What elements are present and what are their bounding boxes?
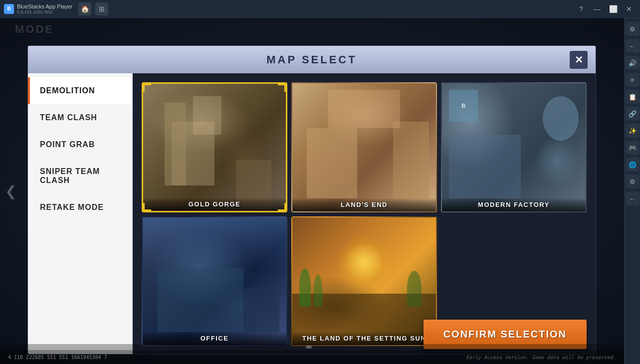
window-controls: ? — ⬜ ✕ xyxy=(574,3,636,15)
bottom-left-text: 4 110 222685 551 551 1661945304 7 xyxy=(8,355,107,360)
map-label-lands-end: LAND'S END xyxy=(292,198,436,211)
corner-bl xyxy=(143,203,151,211)
app-logo: B xyxy=(4,4,14,14)
map-card-gold-gorge[interactable]: GOLD GORGE xyxy=(142,82,287,212)
dialog-header: MAP SELECT ✕ xyxy=(28,46,596,73)
dialog-close-button[interactable]: ✕ xyxy=(570,51,588,69)
corner-tl xyxy=(143,84,151,92)
map-label-gold-gorge: GOLD GORGE xyxy=(143,197,286,211)
game-area: MODE ❮ MAP SELECT ✕ DEMOLITION TEAM CLAS… xyxy=(0,18,624,364)
corner-tr xyxy=(278,84,286,92)
sidebar-icon-1[interactable]: ⚙ xyxy=(626,22,640,36)
home-button[interactable]: 🏠 xyxy=(78,2,91,15)
arrow-left-icon[interactable]: ❮ xyxy=(5,183,16,199)
bottom-right-text: Early Access Version. Game data will be … xyxy=(466,355,616,360)
map-card-modern-factory[interactable]: B MODERN FACTORY xyxy=(441,82,587,212)
bottom-bar: 4 110 222685 551 551 1661945304 7 Early … xyxy=(0,350,624,364)
menu-item-point-grab[interactable]: POINT GRAB xyxy=(28,131,132,158)
sidebar-icon-5[interactable]: 📋 xyxy=(626,90,640,104)
app-name: BlueStacks App Player xyxy=(17,3,72,9)
menu-item-retake-mode[interactable]: RETAKE MODE xyxy=(28,194,132,221)
mode-background-label: MODE xyxy=(15,23,54,36)
dialog-body: DEMOLITION TEAM CLASH POINT GRAB SNIPER … xyxy=(28,73,596,355)
right-sidebar: ⚙ ← 🔊 ≡ 📋 🔗 ✨ 🎮 🌐 ⚙ ← xyxy=(624,18,640,364)
map-card-office[interactable]: OFFICE xyxy=(142,216,287,347)
sidebar-icon-9[interactable]: 🌐 xyxy=(626,158,640,172)
menu-item-team-clash[interactable]: TEAM CLASH xyxy=(28,104,132,131)
sidebar-icon-2[interactable]: ← xyxy=(626,39,640,53)
sidebar-icon-4[interactable]: ≡ xyxy=(626,73,640,87)
map-card-setting-sun[interactable]: THE LAND OF THE SETTING SUN xyxy=(291,216,437,347)
menu-item-demolition[interactable]: DEMOLITION xyxy=(28,77,132,104)
corner-br xyxy=(278,203,286,211)
map-label-modern-factory: MODERN FACTORY xyxy=(442,198,586,211)
scrollbar-thumb[interactable] xyxy=(306,346,312,349)
help-button[interactable]: ? xyxy=(574,3,588,15)
sidebar-icon-10[interactable]: ⚙ xyxy=(626,175,640,188)
sidebar-icon-7[interactable]: ✨ xyxy=(626,124,640,138)
title-bar-nav: 🏠 ⊞ xyxy=(78,2,108,15)
map-label-office: OFFICE xyxy=(143,332,286,345)
scrollbar-area[interactable] xyxy=(0,344,624,350)
sidebar-icon-11[interactable]: ← xyxy=(626,191,640,205)
tabs-button[interactable]: ⊞ xyxy=(95,2,108,15)
left-menu: DEMOLITION TEAM CLASH POINT GRAB SNIPER … xyxy=(28,73,133,355)
map-grid: GOLD GORGE LAND'S END B xyxy=(133,73,596,355)
sidebar-icon-8[interactable]: 🎮 xyxy=(626,141,640,155)
title-bar: B BlueStacks App Player 5.8.101.1001 N32… xyxy=(0,0,640,18)
minimize-button[interactable]: — xyxy=(590,3,604,15)
map-select-dialog: MAP SELECT ✕ DEMOLITION TEAM CLASH POINT… xyxy=(27,45,596,355)
app-version: 5.8.101.1001 N32 xyxy=(17,9,72,14)
map-label-setting-sun: THE LAND OF THE SETTING SUN xyxy=(292,332,436,345)
dialog-title: MAP SELECT xyxy=(266,53,357,66)
map-card-lands-end[interactable]: LAND'S END xyxy=(291,82,437,212)
sidebar-icon-6[interactable]: 🔗 xyxy=(626,107,640,121)
sidebar-icon-3[interactable]: 🔊 xyxy=(626,56,640,70)
restore-button[interactable]: ⬜ xyxy=(606,3,620,15)
close-button[interactable]: ✕ xyxy=(622,3,636,15)
menu-item-sniper-team-clash[interactable]: SNIPER TEAM CLASH xyxy=(28,158,132,194)
